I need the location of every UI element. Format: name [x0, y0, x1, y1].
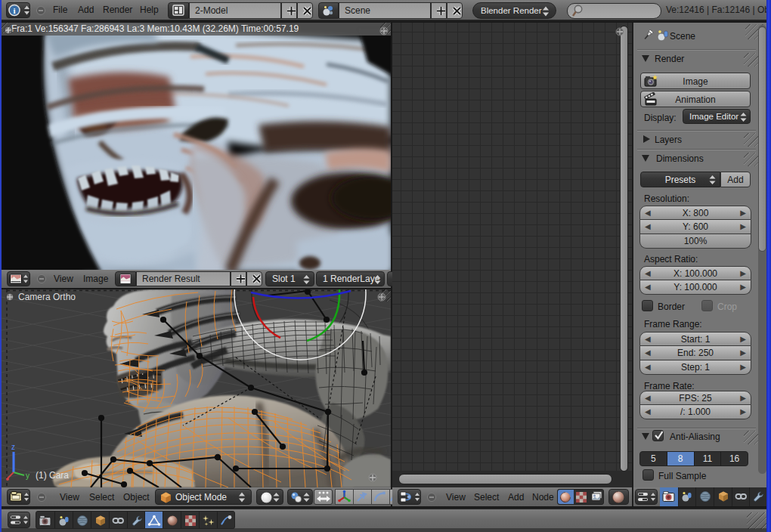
svg-text:(1) Cara: (1) Cara — [36, 470, 69, 481]
svg-text:z: z — [11, 443, 15, 451]
svg-text:Camera Ortho: Camera Ortho — [18, 292, 76, 302]
svg-text:y: y — [26, 472, 29, 480]
svg-text:i: i — [13, 6, 15, 15]
